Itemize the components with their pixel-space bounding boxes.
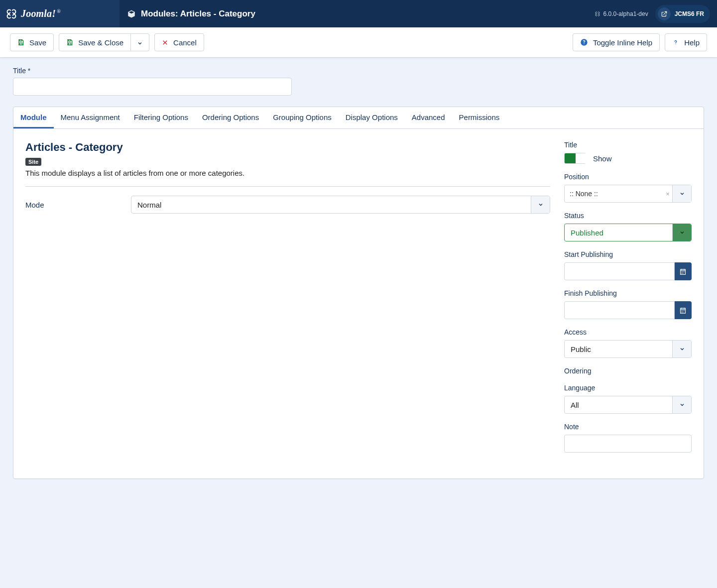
svg-rect-9 bbox=[684, 311, 684, 311]
start-publishing-input[interactable] bbox=[564, 262, 675, 280]
ordering-label: Ordering bbox=[564, 367, 692, 375]
svg-rect-7 bbox=[681, 311, 682, 311]
svg-rect-2 bbox=[681, 272, 682, 272]
question-circle-icon bbox=[580, 38, 588, 46]
topbar-right: 6.0.0-alpha1-dev JCMS6 FR bbox=[588, 0, 717, 27]
cancel-button[interactable]: Cancel bbox=[154, 33, 204, 51]
chevron-down-icon bbox=[672, 185, 691, 202]
calendar-icon bbox=[679, 306, 687, 315]
tab-display-options[interactable]: Display Options bbox=[339, 107, 405, 128]
position-clear[interactable]: × bbox=[663, 190, 672, 198]
start-publishing-label: Start Publishing bbox=[564, 250, 692, 258]
start-publishing-calendar-button[interactable] bbox=[675, 262, 692, 280]
module-description: This module displays a list of articles … bbox=[25, 169, 550, 177]
mode-select[interactable]: Normal bbox=[131, 196, 550, 214]
tab-permissions[interactable]: Permissions bbox=[452, 107, 507, 128]
tab-ordering-options[interactable]: Ordering Options bbox=[195, 107, 266, 128]
chevron-down-icon bbox=[531, 196, 550, 213]
status-value: Published bbox=[565, 229, 609, 237]
tab-menu-assignment[interactable]: Menu Assignment bbox=[54, 107, 127, 128]
svg-point-1 bbox=[676, 44, 676, 44]
main-column: Articles - Category Site This module dis… bbox=[25, 141, 550, 462]
svg-rect-6 bbox=[683, 273, 683, 273]
finish-publishing-label: Finish Publishing bbox=[564, 289, 692, 297]
save-button[interactable]: Save bbox=[10, 33, 54, 51]
side-column: Title Show Position :: None :: × bbox=[564, 141, 692, 462]
svg-rect-4 bbox=[684, 272, 684, 272]
title-label: Title * bbox=[13, 67, 704, 75]
access-value: Public bbox=[565, 345, 597, 353]
brand-area[interactable]: Joomla!® bbox=[0, 0, 120, 27]
external-link-icon bbox=[658, 7, 671, 20]
tab-module[interactable]: Module bbox=[13, 107, 54, 128]
position-value: :: None :: bbox=[565, 190, 663, 198]
page-title: Modules: Articles - Category bbox=[120, 0, 263, 27]
version-label[interactable]: 6.0.0-alpha1-dev bbox=[595, 10, 648, 17]
save-icon bbox=[66, 39, 73, 46]
svg-rect-5 bbox=[681, 273, 682, 273]
side-title-label: Title bbox=[564, 141, 692, 149]
question-icon bbox=[672, 39, 679, 46]
language-label: Language bbox=[564, 384, 692, 392]
joomla-logo-icon bbox=[6, 8, 17, 19]
module-heading: Articles - Category bbox=[25, 141, 550, 154]
toggle-inline-help-button[interactable]: Toggle Inline Help bbox=[573, 33, 660, 51]
save-close-group: Save & Close bbox=[59, 33, 149, 51]
chevron-down-icon bbox=[672, 341, 691, 357]
title-toggle-text: Show bbox=[593, 154, 612, 163]
chevron-down-icon bbox=[672, 224, 691, 241]
tab-grouping-options[interactable]: Grouping Options bbox=[266, 107, 339, 128]
title-toggle[interactable] bbox=[564, 153, 586, 164]
svg-rect-11 bbox=[683, 312, 683, 312]
svg-rect-8 bbox=[683, 311, 683, 311]
joomla-mini-icon bbox=[595, 10, 600, 17]
help-button[interactable]: Help bbox=[665, 33, 707, 51]
status-label: Status bbox=[564, 212, 692, 220]
mode-label: Mode bbox=[25, 201, 125, 209]
status-select[interactable]: Published bbox=[564, 224, 692, 241]
save-close-dropdown[interactable] bbox=[131, 33, 149, 51]
tab-advanced[interactable]: Advanced bbox=[405, 107, 452, 128]
finish-publishing-input[interactable] bbox=[564, 301, 675, 319]
mode-value: Normal bbox=[131, 201, 167, 209]
separator bbox=[25, 186, 550, 187]
tabs: Module Menu Assignment Filtering Options… bbox=[13, 107, 704, 129]
access-label: Access bbox=[564, 328, 692, 336]
title-input[interactable] bbox=[13, 78, 292, 96]
access-select[interactable]: Public bbox=[564, 340, 692, 358]
user-menu[interactable]: JCMS6 FR bbox=[655, 5, 710, 23]
module-scope-badge: Site bbox=[25, 158, 41, 166]
save-close-button[interactable]: Save & Close bbox=[59, 33, 131, 51]
language-value: All bbox=[565, 401, 585, 409]
user-name-label: JCMS6 FR bbox=[675, 10, 704, 17]
tab-filtering-options[interactable]: Filtering Options bbox=[127, 107, 195, 128]
topbar: Joomla!® Modules: Articles - Category 6.… bbox=[0, 0, 717, 27]
note-input[interactable] bbox=[564, 435, 692, 453]
save-icon bbox=[17, 39, 24, 46]
chevron-down-icon bbox=[137, 38, 143, 47]
action-toolbar: Save Save & Close Cancel Toggle Inline H… bbox=[0, 27, 717, 58]
svg-rect-10 bbox=[681, 312, 682, 312]
position-label: Position bbox=[564, 173, 692, 181]
chevron-down-icon bbox=[672, 396, 691, 413]
brand-name: Joomla!® bbox=[21, 8, 61, 19]
note-label: Note bbox=[564, 423, 692, 431]
mode-row: Mode Normal bbox=[25, 196, 550, 214]
module-card: Module Menu Assignment Filtering Options… bbox=[13, 107, 704, 479]
svg-rect-3 bbox=[683, 272, 683, 272]
module-cube-icon bbox=[127, 9, 136, 19]
calendar-icon bbox=[679, 267, 687, 276]
position-select[interactable]: :: None :: × bbox=[564, 185, 692, 203]
title-field: Title * bbox=[13, 67, 704, 96]
close-icon bbox=[162, 39, 168, 46]
content-area: Title * Module Menu Assignment Filtering… bbox=[0, 58, 717, 499]
finish-publishing-calendar-button[interactable] bbox=[675, 301, 692, 319]
language-select[interactable]: All bbox=[564, 396, 692, 414]
